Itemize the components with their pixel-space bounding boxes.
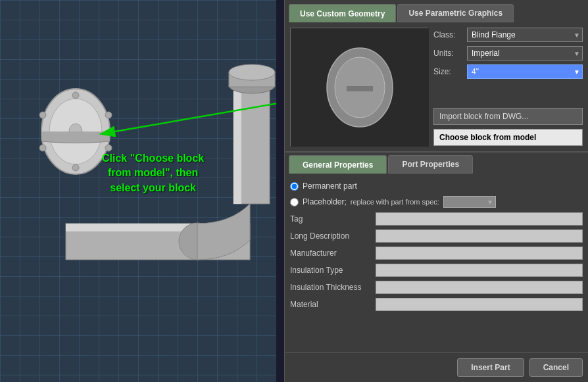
material-input[interactable] (376, 298, 583, 311)
blind-flange (39, 89, 112, 174)
geometry-controls: Class: Blind Flange ▼ Units: Imperial ▼ (433, 28, 583, 146)
fields-scroll[interactable]: Tag Long Description Manufacturer Insula… (290, 210, 583, 347)
class-select-wrapper: Blind Flange ▼ (467, 28, 583, 42)
long-desc-label: Long Description (290, 231, 376, 241)
property-tabs-row: General Properties Port Properties (285, 153, 588, 174)
insulation-type-label: Insulation Type (290, 266, 376, 275)
size-row: Size: 4" ▼ (433, 64, 583, 79)
placeholder-label: Placeholder; (303, 197, 347, 206)
3d-viewport: Click "Choose block from model", then se… (0, 0, 276, 382)
tag-row: Tag (290, 210, 583, 227)
svg-point-15 (39, 112, 46, 118)
svg-point-14 (72, 164, 79, 171)
tag-input[interactable] (376, 212, 583, 226)
bottom-buttons: Insert Part Cancel (285, 352, 588, 382)
preview-svg (291, 28, 429, 147)
fields-list: Tag Long Description Manufacturer Insula… (290, 210, 583, 313)
tag-label: Tag (290, 214, 376, 224)
units-select[interactable]: Imperial (467, 46, 583, 60)
placeholder-radio[interactable] (290, 198, 299, 206)
import-block-button[interactable]: Import block from DWG... (433, 108, 583, 125)
cancel-button[interactable]: Cancel (529, 358, 583, 377)
material-row: Material (290, 296, 583, 313)
geometry-tab-row: Use Custom Geometry Use Parametric Graph… (285, 0, 588, 22)
general-properties-tab[interactable]: General Properties (289, 155, 387, 174)
insulation-type-input[interactable] (376, 264, 583, 277)
size-label: Size: (433, 67, 463, 76)
port-properties-tab[interactable]: Port Properties (388, 155, 473, 174)
svg-point-13 (72, 92, 79, 99)
insulation-type-row: Insulation Type (290, 262, 583, 279)
insulation-thickness-label: Insulation Thickness (290, 283, 376, 292)
use-custom-geometry-tab[interactable]: Use Custom Geometry (289, 4, 396, 22)
units-label: Units: (433, 49, 463, 58)
long-desc-input[interactable] (376, 229, 583, 243)
placeholder-select[interactable] (443, 196, 496, 208)
units-row: Units: Imperial ▼ (433, 46, 583, 60)
placeholder-select-wrapper: ▼ (443, 196, 496, 208)
units-select-wrapper: Imperial ▼ (467, 46, 583, 60)
class-row: Class: Blind Flange ▼ (433, 28, 583, 42)
svg-point-16 (105, 112, 112, 118)
insulation-thickness-row: Insulation Thickness (290, 279, 583, 296)
insulation-thickness-input[interactable] (376, 281, 583, 294)
svg-rect-24 (347, 86, 373, 91)
svg-point-9 (229, 64, 275, 80)
placeholder-row: Placeholder; replace with part from spec… (290, 193, 583, 210)
choose-block-button[interactable]: Choose block from model (433, 129, 583, 146)
permanent-part-label: Permanent part (303, 181, 357, 191)
manufacturer-label: Manufacturer (290, 249, 376, 258)
svg-point-18 (105, 145, 112, 151)
long-desc-row: Long Description (290, 227, 583, 245)
use-parametric-graphics-tab[interactable]: Use Parametric Graphics (397, 4, 514, 22)
geometry-preview (290, 28, 428, 146)
svg-rect-1 (66, 224, 197, 231)
placeholder-text: replace with part from spec: (351, 198, 439, 206)
manufacturer-row: Manufacturer (290, 245, 583, 262)
3d-scene (0, 0, 276, 382)
properties-content: Permanent part Placeholder; replace with… (285, 174, 588, 352)
class-select[interactable]: Blind Flange (467, 28, 583, 42)
permanent-part-row: Permanent part (290, 179, 583, 193)
class-label: Class: (433, 30, 463, 39)
size-select[interactable]: 4" (467, 64, 583, 79)
manufacturer-input[interactable] (376, 247, 583, 260)
insert-part-button[interactable]: Insert Part (457, 358, 524, 377)
size-select-wrapper: 4" ▼ (467, 64, 583, 79)
permanent-part-radio[interactable] (290, 182, 299, 191)
material-label: Material (290, 300, 376, 309)
right-panel: Use Custom Geometry Use Parametric Graph… (284, 0, 588, 382)
svg-point-17 (39, 145, 46, 151)
geometry-panel: Class: Blind Flange ▼ Units: Imperial ▼ (285, 22, 588, 152)
svg-rect-6 (233, 85, 241, 204)
